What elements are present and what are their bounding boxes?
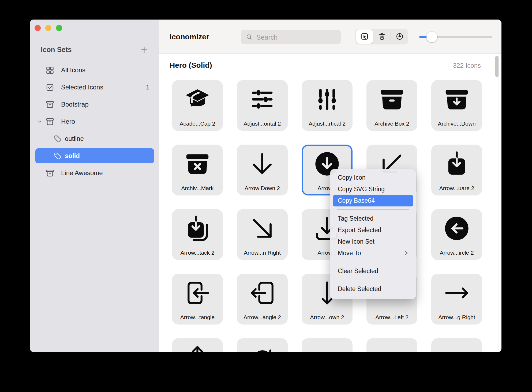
menu-item-clear-selected[interactable]: Clear Selected <box>330 265 416 277</box>
tile-arrow-circle-solid[interactable] <box>431 338 482 352</box>
archive-box-icon <box>45 168 55 178</box>
menu-item-copy-svg-string[interactable]: Copy SVG String <box>330 183 416 195</box>
menu-separator <box>337 209 409 210</box>
selected-count-badge: 1 <box>146 84 149 91</box>
arrow-curve-down-icon <box>313 344 341 352</box>
search-field[interactable] <box>241 30 341 44</box>
sidebar-item-label: Line Awesome <box>61 169 103 177</box>
set-heading: Hero (Solid) <box>170 61 212 70</box>
arrow-long-up-icon <box>184 344 211 352</box>
sidebar-item-outline-tag[interactable]: outline <box>30 131 159 146</box>
tile-arrow-down[interactable]: Arrow Down 2 <box>237 145 288 195</box>
scrollbar-thumb[interactable] <box>495 56 499 77</box>
scrollbar-track[interactable] <box>499 54 499 352</box>
menu-item-new-icon-set[interactable]: New Icon Set <box>330 236 416 247</box>
archive-box-solid-icon <box>378 86 406 113</box>
arrow-circle-solid-icon <box>443 344 470 352</box>
tile-label: Adjust...ontal 2 <box>237 120 288 127</box>
tile-academic-cap[interactable]: Acade...Cap 2 <box>172 80 223 131</box>
adjustments-horizontal-icon <box>249 86 276 113</box>
tile-archive-box-arrow-down[interactable]: Archive...Down <box>431 80 482 131</box>
tile-arrow-long-up[interactable] <box>172 338 223 352</box>
trash-icon[interactable] <box>378 32 386 40</box>
search-icon <box>246 33 253 40</box>
arrow-long-right-icon <box>443 279 470 307</box>
tile-label: Arrow...tack 2 <box>172 250 223 256</box>
tile-arrow-long-right[interactable]: Arrow...g Right <box>431 274 482 325</box>
context-menu: Copy Icon Copy SVG String Copy Base64 Ta… <box>330 169 416 299</box>
search-input[interactable] <box>256 30 337 45</box>
archive-box-arrow-down-icon <box>443 86 470 113</box>
minimize-button[interactable] <box>45 25 51 31</box>
tile-adjustments-horizontal[interactable]: Adjust...ontal 2 <box>237 80 288 131</box>
squares-grid-icon <box>45 66 55 75</box>
tile-arrow-curve-down[interactable] <box>302 338 353 352</box>
sidebar-item-label: Bootstrap <box>61 101 89 108</box>
icon-size-slider[interactable] <box>419 36 492 38</box>
tile-label: Arrow...n Right <box>237 250 288 256</box>
tile-label: Arrow...Left 2 <box>366 314 417 321</box>
tile-label: Archive...Down <box>431 120 482 127</box>
app-title: Iconomizer <box>170 33 209 41</box>
archive-box-icon <box>45 100 55 109</box>
sidebar-item-all-icons[interactable]: All Icons <box>30 63 159 78</box>
menu-item-delete-selected[interactable]: Delete Selected <box>330 283 416 295</box>
menu-item-export-selected[interactable]: Export Selected <box>330 224 416 236</box>
tag-icon <box>54 152 62 160</box>
titlebar: Iconomizer <box>159 20 501 54</box>
tile-label: Archive Box 2 <box>366 120 417 127</box>
tile-label: Archiv...Mark <box>172 185 223 191</box>
add-icon-set-button[interactable] <box>139 45 149 55</box>
tile-adjustments-vertical[interactable]: Adjust...rtical 2 <box>302 80 353 131</box>
tile-arrow-left-circle[interactable]: Arrow...ircle 2 <box>431 209 482 260</box>
tile-label: Arrow...ircle 2 <box>431 250 482 256</box>
arrow-left-end-on-rectangle-icon <box>184 279 211 307</box>
icon-grid: Acade...Cap 2 Adjust...ontal 2 Adjust...… <box>172 80 482 352</box>
menu-item-move-to[interactable]: Move To <box>330 247 416 259</box>
tag-icon <box>54 135 62 143</box>
tile-label: Arrow...tangle <box>172 314 223 321</box>
sidebar-item-hero[interactable]: Hero <box>30 114 159 129</box>
archive-box-x-mark-icon <box>184 150 211 178</box>
slider-knob[interactable] <box>426 32 437 42</box>
tile-arrow-down-on-square-stack[interactable]: Arrow...tack 2 <box>172 209 223 260</box>
arrow-left-circle-icon <box>443 215 470 242</box>
sidebar-item-selected-icons[interactable]: Selected Icons 1 <box>30 80 159 95</box>
sidebar: Icon Sets All Icons Selected Icons 1 Boo… <box>30 20 159 352</box>
tile-label: Acade...Cap 2 <box>172 120 223 127</box>
tile-arrow-down-right[interactable]: Arrow...n Right <box>237 209 288 260</box>
arrow-down-on-square-stack-icon <box>184 215 211 242</box>
tile-archive-box[interactable]: Archive Box 2 <box>366 80 417 131</box>
tile-arrow-curve-right[interactable] <box>237 338 288 352</box>
menu-separator <box>337 262 409 262</box>
tile-arrow-down-on-square[interactable]: Arrow...uare 2 <box>431 145 482 195</box>
tile-label: Adjust...rtical 2 <box>302 120 353 127</box>
tile-arrow-left-end-on-rectangle[interactable]: Arrow...tangle <box>172 274 223 325</box>
menu-item-copy-base64[interactable]: Copy Base64 <box>333 195 413 206</box>
sidebar-selection-highlight <box>35 148 154 163</box>
close-button[interactable] <box>35 25 41 31</box>
chevron-down-icon[interactable] <box>37 119 42 124</box>
zoom-button[interactable] <box>56 25 62 31</box>
sidebar-item-solid-tag[interactable]: solid <box>30 148 159 163</box>
menu-item-label: Move To <box>338 250 361 257</box>
sidebar-item-bootstrap[interactable]: Bootstrap <box>30 97 159 112</box>
arrow-down-icon <box>249 150 276 178</box>
menu-item-copy-icon[interactable]: Copy Icon <box>330 172 416 183</box>
tile-archive-box-x-mark[interactable]: Archiv...Mark <box>172 145 223 195</box>
tile-arrow-left-start-on-rectangle[interactable]: Arrow...angle 2 <box>237 274 288 325</box>
sidebar-item-line-awesome[interactable]: Line Awesome <box>30 165 159 180</box>
adjustments-vertical-icon <box>313 86 341 113</box>
app-window: Icon Sets All Icons Selected Icons 1 Boo… <box>30 20 501 352</box>
arrow-diagonal-icon <box>378 344 406 352</box>
archive-box-icon <box>45 117 55 126</box>
tile-label: Arrow...angle 2 <box>237 314 288 321</box>
academic-cap-icon <box>184 86 211 113</box>
pencil-tip-circle-icon[interactable] <box>395 32 404 41</box>
sidebar-item-label: All Icons <box>61 66 85 74</box>
select-tool-button[interactable] <box>356 29 373 44</box>
sidebar-item-label: outline <box>65 135 84 142</box>
tile-label: Arrow...g Right <box>431 314 482 321</box>
tile-arrow-diagonal[interactable] <box>366 338 417 352</box>
menu-item-tag-selected[interactable]: Tag Selected <box>330 213 416 224</box>
